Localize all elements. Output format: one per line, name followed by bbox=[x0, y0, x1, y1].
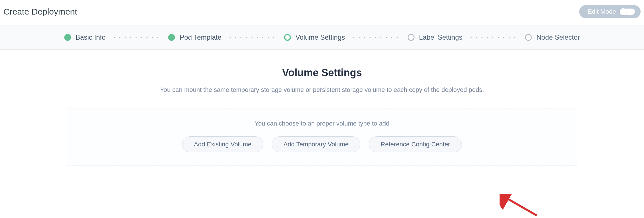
reference-config-center-button[interactable]: Reference Config Center bbox=[369, 136, 462, 152]
stepper-bar: Basic Info ● ● ● ● ● ● ● ● ● Pod Templat… bbox=[0, 25, 644, 50]
step-separator: ● ● ● ● ● ● ● ● ● bbox=[114, 36, 160, 39]
step-dot-pending-icon bbox=[525, 34, 532, 41]
step-separator: ● ● ● ● ● ● ● ● ● bbox=[353, 36, 399, 39]
volume-box-wrapper: You can choose to an proper volume type … bbox=[0, 108, 644, 166]
add-existing-volume-button[interactable]: Add Existing Volume bbox=[182, 136, 263, 152]
add-temporary-volume-button[interactable]: Add Temporary Volume bbox=[272, 136, 360, 152]
content: Volume Settings You can mount the same t… bbox=[0, 50, 644, 177]
edit-mode-toggle[interactable]: Edit Mode bbox=[579, 5, 641, 18]
edit-mode-label: Edit Mode bbox=[588, 8, 616, 15]
step-label: Basic Info bbox=[76, 33, 106, 41]
step-dot-active-icon bbox=[284, 34, 291, 41]
step-pod-template[interactable]: Pod Template bbox=[168, 33, 221, 41]
toggle-switch-icon bbox=[620, 9, 635, 15]
step-label: Volume Settings bbox=[295, 33, 345, 41]
step-label: Node Selector bbox=[536, 33, 580, 41]
step-label: Label Settings bbox=[419, 33, 462, 41]
section-description: You can mount the same temporary storage… bbox=[0, 86, 644, 94]
step-separator: ● ● ● ● ● ● ● ● ● bbox=[230, 36, 276, 39]
step-label: Pod Template bbox=[180, 33, 221, 41]
step-dot-completed-icon bbox=[168, 34, 175, 41]
step-dot-completed-icon bbox=[64, 34, 71, 41]
steps: Basic Info ● ● ● ● ● ● ● ● ● Pod Templat… bbox=[64, 33, 580, 41]
page-title: Create Deployment bbox=[3, 7, 77, 17]
step-label-settings[interactable]: Label Settings bbox=[408, 33, 462, 41]
volume-box-hint: You can choose to an proper volume type … bbox=[75, 120, 569, 127]
button-row: Add Existing Volume Add Temporary Volume… bbox=[75, 136, 569, 152]
section-title: Volume Settings bbox=[0, 67, 644, 79]
volume-box: You can choose to an proper volume type … bbox=[66, 108, 578, 166]
header: Create Deployment Edit Mode bbox=[0, 0, 644, 25]
step-dot-pending-icon bbox=[408, 34, 414, 41]
step-basic-info[interactable]: Basic Info bbox=[64, 33, 106, 41]
step-separator: ● ● ● ● ● ● ● ● ● bbox=[470, 36, 517, 39]
step-node-selector[interactable]: Node Selector bbox=[525, 33, 580, 41]
step-volume-settings[interactable]: Volume Settings bbox=[284, 33, 345, 41]
